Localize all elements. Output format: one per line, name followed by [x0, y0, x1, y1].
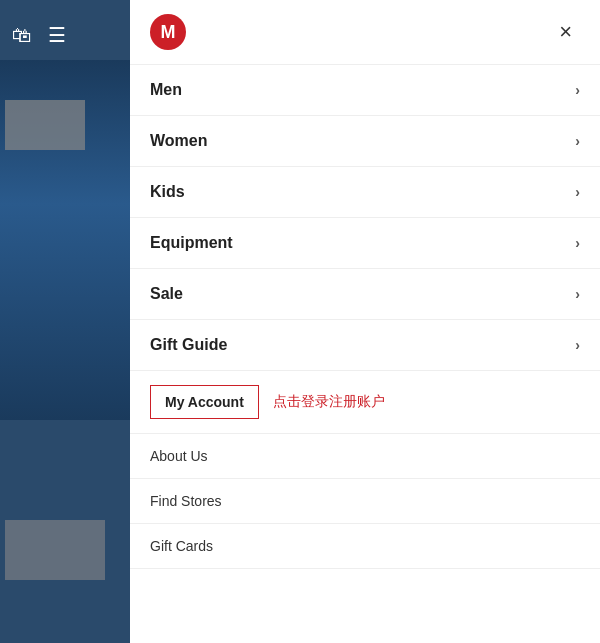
- primary-nav-list: Men › Women › Kids › Equipment › Sale: [130, 65, 600, 371]
- nav-label-kids: Kids: [150, 183, 185, 201]
- nav-link-women[interactable]: Women ›: [130, 116, 600, 166]
- secondary-item-about: About Us: [130, 434, 600, 479]
- nav-link-gift-guide[interactable]: Gift Guide ›: [130, 320, 600, 370]
- chevron-icon-men: ›: [575, 82, 580, 98]
- nav-item-sale: Sale ›: [130, 269, 600, 320]
- account-register-link[interactable]: 点击登录注册账户: [273, 393, 385, 411]
- nav-link-equipment[interactable]: Equipment ›: [130, 218, 600, 268]
- hamburger-icon[interactable]: ☰: [48, 23, 66, 47]
- my-account-button[interactable]: My Account: [150, 385, 259, 419]
- bag-icon[interactable]: 🛍: [12, 24, 32, 47]
- chevron-icon-kids: ›: [575, 184, 580, 200]
- nav-label-equipment: Equipment: [150, 234, 233, 252]
- nav-label-men: Men: [150, 81, 182, 99]
- close-button[interactable]: ×: [551, 17, 580, 47]
- drawer-header: M ×: [130, 0, 600, 65]
- bg-content-rect-2: [5, 520, 105, 580]
- nav-label-women: Women: [150, 132, 207, 150]
- secondary-link-about[interactable]: About Us: [130, 434, 600, 478]
- nav-item-gift-guide: Gift Guide ›: [130, 320, 600, 370]
- secondary-nav-list: About Us Find Stores Gift Cards: [130, 434, 600, 569]
- chevron-icon-women: ›: [575, 133, 580, 149]
- secondary-link-gift-cards[interactable]: Gift Cards: [130, 524, 600, 568]
- nav-link-men[interactable]: Men ›: [130, 65, 600, 115]
- nav-item-men: Men ›: [130, 65, 600, 116]
- nav-link-sale[interactable]: Sale ›: [130, 269, 600, 319]
- chevron-icon-sale: ›: [575, 286, 580, 302]
- nav-label-gift-guide: Gift Guide: [150, 336, 227, 354]
- chevron-icon-gift-guide: ›: [575, 337, 580, 353]
- nav-item-equipment: Equipment ›: [130, 218, 600, 269]
- bg-content-rect-1: [5, 100, 85, 150]
- nav-link-kids[interactable]: Kids ›: [130, 167, 600, 217]
- brand-logo: M: [150, 14, 186, 50]
- nav-item-women: Women ›: [130, 116, 600, 167]
- nav-label-sale: Sale: [150, 285, 183, 303]
- chevron-icon-equipment: ›: [575, 235, 580, 251]
- navigation-drawer: M × Men › Women › Kids › Equi: [130, 0, 600, 643]
- my-account-section: My Account 点击登录注册账户: [130, 371, 600, 434]
- secondary-item-stores: Find Stores: [130, 479, 600, 524]
- top-bar-left: 🛍 ☰: [0, 0, 130, 70]
- secondary-link-stores[interactable]: Find Stores: [130, 479, 600, 523]
- secondary-item-gift-cards: Gift Cards: [130, 524, 600, 569]
- nav-item-kids: Kids ›: [130, 167, 600, 218]
